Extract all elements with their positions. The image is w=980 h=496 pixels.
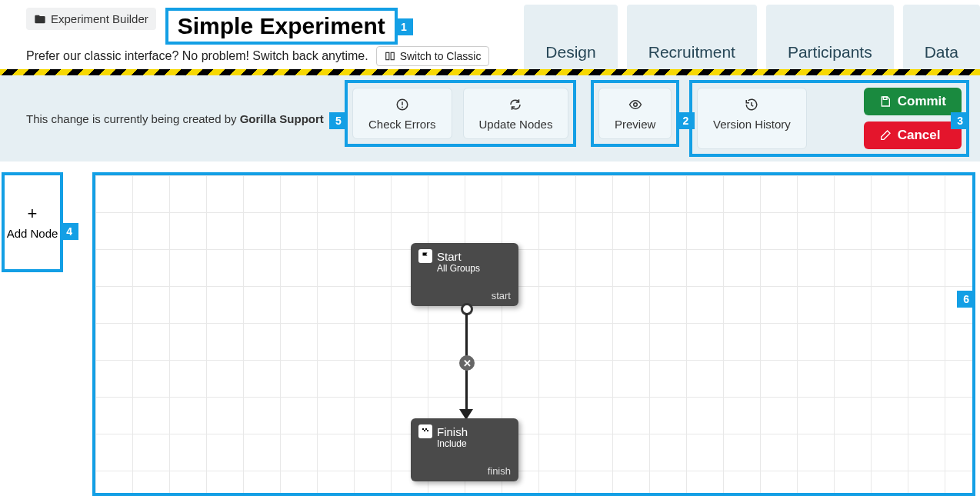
svg-rect-10 <box>427 430 428 431</box>
plus-icon: + <box>28 204 38 224</box>
flag-checkered-icon <box>418 424 432 438</box>
hazard-stripe <box>0 69 980 75</box>
main-tabs: Design Recruitment Participants Data <box>524 0 980 69</box>
history-icon <box>745 98 758 112</box>
preview-button[interactable]: Preview <box>598 88 672 139</box>
tab-participants[interactable]: Participants <box>766 5 894 69</box>
flag-icon <box>418 249 432 263</box>
callout-box-3: Version History Commit Cancel 3 <box>689 80 969 157</box>
page-title-box: Simple Experiment 1 <box>165 8 398 45</box>
eraser-icon <box>879 129 892 141</box>
svg-rect-1 <box>391 52 394 59</box>
switch-label: Switch to Classic <box>400 50 482 62</box>
alert-icon <box>395 98 409 112</box>
node-start[interactable]: Start All Groups start <box>411 243 518 306</box>
add-node-button[interactable]: + Add Node 4 <box>2 172 63 272</box>
change-notice: This change is currently being created b… <box>26 112 324 125</box>
svg-rect-8 <box>425 428 427 430</box>
svg-point-4 <box>402 106 403 108</box>
node-start-title: Start <box>437 250 462 263</box>
callout-badge-3: 3 <box>951 112 969 129</box>
tab-data[interactable]: Data <box>903 5 980 69</box>
svg-rect-9 <box>424 430 425 431</box>
add-node-label: Add Node <box>7 227 58 241</box>
svg-rect-6 <box>883 97 887 99</box>
classic-switch-text: Prefer our classic interface? No problem… <box>26 49 368 63</box>
commit-button[interactable]: Commit <box>864 88 962 115</box>
commit-cancel-group: Commit Cancel <box>864 88 962 149</box>
callout-badge-5: 5 <box>329 112 348 129</box>
canvas-area: + Add Node 4 6 Start All Groups start ✕ <box>0 161 980 496</box>
node-finish-title: Finish <box>437 425 468 438</box>
tab-recruitment[interactable]: Recruitment <box>627 5 757 69</box>
folder-open-icon <box>34 13 46 25</box>
node-finish[interactable]: Finish Include finish <box>411 418 518 481</box>
svg-rect-0 <box>385 52 388 59</box>
classic-switch-row: Prefer our classic interface? No problem… <box>26 46 489 66</box>
version-history-button[interactable]: Version History <box>697 88 807 149</box>
callout-badge-4: 4 <box>60 223 78 240</box>
columns-icon <box>385 51 395 62</box>
callout-box-2: Preview 2 <box>591 80 679 147</box>
callout-badge-6: 6 <box>957 291 975 308</box>
svg-point-5 <box>633 103 637 107</box>
switch-to-classic-button[interactable]: Switch to Classic <box>376 46 490 66</box>
grid-background <box>95 175 972 493</box>
node-finish-foot: finish <box>488 465 511 477</box>
experiment-canvas[interactable]: 6 Start All Groups start ✕ Finish Includ… <box>92 172 975 496</box>
breadcrumb-label: Experiment Builder <box>51 12 148 25</box>
connector-delete-button[interactable]: ✕ <box>459 355 475 371</box>
toolbar: This change is currently being created b… <box>0 75 980 161</box>
update-nodes-button[interactable]: Update Nodes <box>463 88 569 139</box>
node-start-sub: All Groups <box>437 263 511 274</box>
eye-icon <box>628 98 642 112</box>
node-finish-sub: Include <box>437 438 511 449</box>
node-start-foot: start <box>492 290 511 301</box>
tab-design[interactable]: Design <box>524 5 617 69</box>
save-icon <box>879 95 892 108</box>
page-title: Simple Experiment <box>178 13 385 38</box>
change-author: Gorilla Support <box>240 112 324 125</box>
svg-rect-7 <box>422 428 424 430</box>
callout-box-5: 5 Check Errors Update Nodes <box>345 80 576 147</box>
refresh-icon <box>508 98 522 112</box>
cancel-button[interactable]: Cancel <box>864 122 962 149</box>
breadcrumb-builder[interactable]: Experiment Builder <box>26 8 156 30</box>
callout-badge-1: 1 <box>395 18 413 35</box>
check-errors-button[interactable]: Check Errors <box>352 88 452 139</box>
